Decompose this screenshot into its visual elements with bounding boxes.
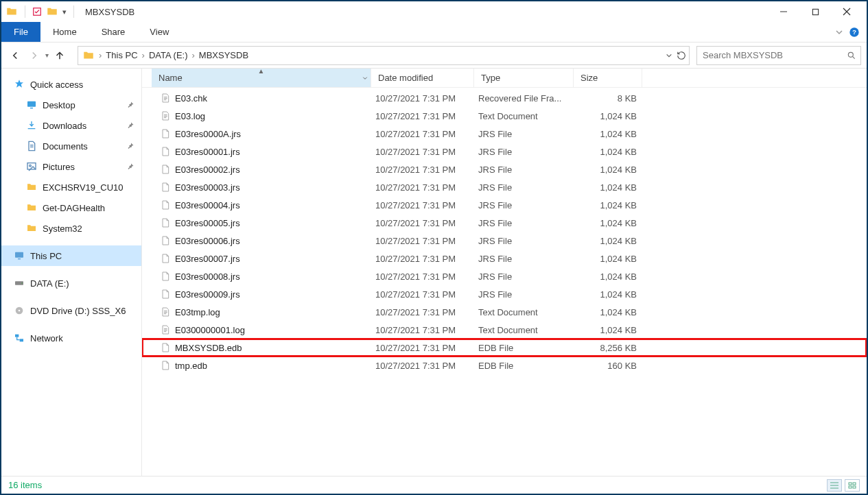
file-icon [160, 324, 171, 335]
ribbon-tab-share[interactable]: Share [89, 22, 138, 42]
file-row[interactable]: E03res00003.jrs10/27/2021 7:31 PMJRS Fil… [142, 178, 867, 196]
address-dropdown-icon[interactable] [666, 52, 672, 59]
navpane-item-label: Get-DAGHealth [43, 203, 105, 213]
navpane-item-documents[interactable]: Documents [1, 136, 141, 156]
file-name: tmp.edb [175, 361, 207, 371]
search-icon[interactable] [847, 51, 856, 60]
svg-rect-16 [18, 258, 21, 259]
pin-icon [126, 101, 134, 109]
history-dropdown-icon[interactable]: ▾ [45, 51, 49, 59]
file-type: Text Document [478, 325, 578, 335]
minimize-button[interactable] [768, 2, 799, 21]
navpane-item-pictures[interactable]: Pictures [1, 156, 141, 177]
view-details-icon[interactable] [827, 479, 842, 492]
maximize-button[interactable] [799, 2, 831, 21]
column-label: Type [481, 73, 500, 83]
up-button[interactable] [51, 47, 68, 64]
file-date: 10/27/2021 7:31 PM [375, 129, 478, 139]
qat-dropdown-icon[interactable]: ▾ [62, 8, 67, 16]
navpane-item-get-daghealth[interactable]: Get-DAGHealth [1, 197, 141, 218]
navpane-data-e[interactable]: DATA (E:) [1, 273, 141, 293]
file-row[interactable]: E03res00001.jrs10/27/2021 7:31 PMJRS Fil… [142, 143, 867, 160]
pin-icon [126, 142, 134, 150]
navpane-quick-access[interactable]: Quick access [1, 74, 141, 95]
close-button[interactable] [831, 2, 863, 21]
ribbon-tab-home[interactable]: Home [40, 22, 89, 42]
breadcrumb-folder[interactable]: MBXSYSDB [196, 50, 251, 60]
help-icon[interactable]: ? [849, 27, 860, 38]
navpane-item-icon [26, 99, 37, 110]
svg-rect-2 [812, 9, 818, 14]
qat-folder-icon[interactable] [46, 5, 58, 18]
search-box[interactable] [696, 46, 861, 65]
column-dropdown-icon[interactable] [362, 75, 368, 81]
file-type: JRS File [478, 254, 578, 264]
ribbon-tab-file[interactable]: File [1, 22, 40, 42]
file-row[interactable]: MBXSYSDB.edb10/27/2021 7:31 PMEDB File8,… [142, 339, 867, 357]
column-header-size[interactable]: Size [574, 69, 642, 87]
forward-button[interactable] [26, 47, 43, 64]
file-name: E03res00002.jrs [175, 165, 240, 175]
navpane-item-system32[interactable]: System32 [1, 218, 141, 239]
file-row[interactable]: E03res00004.jrs10/27/2021 7:31 PMJRS Fil… [142, 196, 867, 214]
file-row[interactable]: E03res00007.jrs10/27/2021 7:31 PMJRS Fil… [142, 250, 867, 267]
navpane-item-downloads[interactable]: Downloads [1, 115, 141, 136]
qat-checkbox-icon[interactable] [32, 7, 42, 16]
file-icon [160, 253, 171, 264]
navpane-item-exchsrv19-cu10[interactable]: EXCHSRV19_CU10 [1, 177, 141, 197]
column-label: Name [159, 73, 183, 83]
svg-rect-40 [849, 486, 852, 488]
file-row[interactable]: E03res00009.jrs10/27/2021 7:31 PMJRS Fil… [142, 285, 867, 303]
svg-point-14 [30, 165, 32, 167]
file-date: 10/27/2021 7:31 PM [375, 200, 478, 210]
file-row[interactable]: E0300000001.log10/27/2021 7:31 PMText Do… [142, 321, 867, 339]
file-row[interactable]: E03.chk10/27/2021 7:31 PMRecovered File … [142, 89, 867, 107]
breadcrumb-datае[interactable]: DATA (E:) [146, 50, 191, 60]
svg-rect-38 [849, 483, 852, 485]
file-name: E03res00007.jrs [175, 254, 240, 264]
file-name: E03res00004.jrs [175, 200, 240, 210]
file-name: E03res00003.jrs [175, 182, 240, 193]
view-large-icons-icon[interactable] [845, 479, 860, 492]
breadcrumb-thispc[interactable]: This PC [103, 50, 140, 60]
ribbon-expand-icon[interactable] [835, 28, 843, 36]
file-row[interactable]: E03tmp.log10/27/2021 7:31 PMText Documen… [142, 303, 867, 321]
file-date: 10/27/2021 7:31 PM [375, 289, 478, 300]
address-bar[interactable]: › This PC › DATA (E:) › MBXSYSDB [78, 46, 690, 65]
refresh-icon[interactable] [677, 51, 686, 60]
file-size: 1,024 KB [578, 147, 646, 157]
file-type: JRS File [478, 236, 578, 246]
column-header-type[interactable]: Type [474, 69, 574, 87]
navpane-dvd[interactable]: DVD Drive (D:) SSS_X6 [1, 300, 141, 321]
file-row[interactable]: E03res00006.jrs10/27/2021 7:31 PMJRS Fil… [142, 232, 867, 250]
svg-line-8 [852, 56, 854, 58]
file-row[interactable]: tmp.edb10/27/2021 7:31 PMEDB File160 KB [142, 357, 867, 374]
chevron-right-icon[interactable]: › [191, 50, 196, 60]
file-row[interactable]: E03res00005.jrs10/27/2021 7:31 PMJRS Fil… [142, 214, 867, 232]
file-icon [160, 306, 171, 317]
svg-rect-9 [27, 101, 36, 107]
ribbon-tab-view[interactable]: View [137, 22, 181, 42]
svg-rect-22 [20, 339, 23, 341]
back-button[interactable] [7, 47, 23, 64]
navpane-network[interactable]: Network [1, 328, 141, 348]
search-input[interactable] [701, 49, 847, 61]
monitor-icon [14, 250, 25, 261]
navpane-this-pc[interactable]: This PC [1, 245, 141, 266]
chevron-right-icon[interactable]: › [97, 50, 103, 60]
navpane-item-desktop[interactable]: Desktop [1, 95, 141, 115]
file-type: JRS File [478, 289, 578, 300]
column-header-date[interactable]: Date modified [371, 69, 474, 87]
file-row[interactable]: E03res00002.jrs10/27/2021 7:31 PMJRS Fil… [142, 160, 867, 178]
file-row[interactable]: E03.log10/27/2021 7:31 PMText Document1,… [142, 107, 867, 125]
file-icon [160, 164, 171, 175]
file-date: 10/27/2021 7:31 PM [375, 236, 478, 246]
chevron-right-icon[interactable]: › [141, 50, 146, 60]
column-header-name[interactable]: Name ▲ [152, 69, 371, 87]
file-row[interactable]: E03res00008.jrs10/27/2021 7:31 PMJRS Fil… [142, 267, 867, 285]
file-icon [160, 200, 171, 210]
file-row[interactable]: E03res0000A.jrs10/27/2021 7:31 PMJRS Fil… [142, 125, 867, 143]
file-size: 1,024 KB [578, 129, 646, 139]
column-label: Size [580, 73, 598, 83]
navpane-item-icon [26, 120, 37, 131]
